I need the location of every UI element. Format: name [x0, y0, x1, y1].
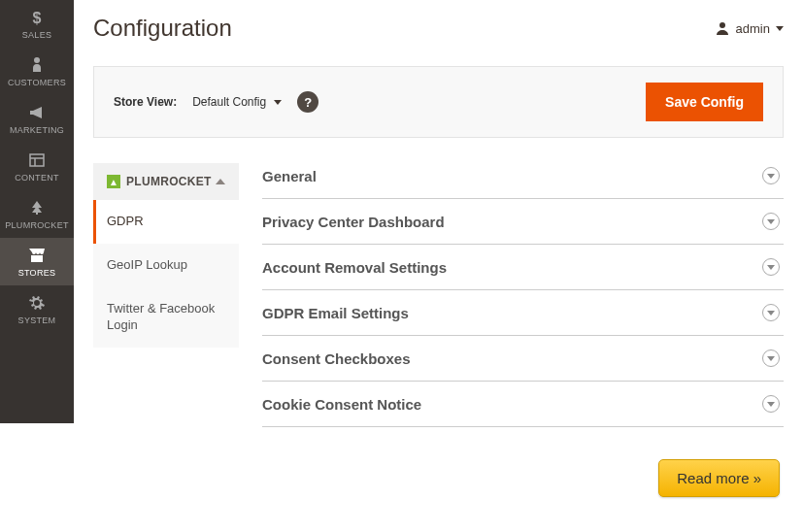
sidebar-item-label: MARKETING	[10, 125, 64, 135]
dollar-icon: $	[30, 8, 44, 27]
section-gdpr-email[interactable]: GDPR Email Settings	[262, 290, 784, 336]
scope-selector-wrap: Store View: Default Config ?	[114, 91, 318, 113]
scope-label: Store View:	[114, 95, 177, 109]
section-title: Privacy Center Dashboard	[262, 214, 445, 230]
section-title: Account Removal Settings	[262, 259, 447, 276]
scope-value: Default Config	[192, 95, 266, 109]
chevron-down-icon	[762, 258, 780, 276]
plumrocket-square-icon: ▲	[107, 175, 120, 188]
admin-sidebar: $ SALES CUSTOMERS MARKETING CONTENT PLUM…	[0, 0, 74, 423]
sidebar-item-label: SYSTEM	[18, 316, 56, 325]
chevron-down-icon	[762, 395, 780, 413]
sidebar-item-label: CONTENT	[15, 173, 59, 183]
caret-down-icon	[274, 100, 282, 105]
sidebar-item-marketing[interactable]: MARKETING	[0, 95, 74, 143]
save-config-button[interactable]: Save Config	[646, 83, 763, 121]
svg-rect-2	[30, 154, 44, 166]
sidebar-item-label: SALES	[22, 30, 52, 40]
gear-icon	[29, 293, 45, 313]
sidebar-item-label: STORES	[18, 268, 56, 278]
chevron-down-icon	[762, 349, 780, 367]
svg-rect-5	[36, 212, 38, 215]
section-privacy-center[interactable]: Privacy Center Dashboard	[262, 199, 784, 245]
svg-point-7	[719, 22, 725, 28]
sidebar-item-sales[interactable]: $ SALES	[0, 0, 74, 48]
chevron-up-icon	[216, 179, 225, 184]
config-nav-item-label: GDPR	[107, 214, 144, 228]
section-title: Consent Checkboxes	[262, 350, 411, 367]
sidebar-item-content[interactable]: CONTENT	[0, 143, 74, 190]
chevron-down-icon	[762, 167, 780, 184]
person-icon	[30, 55, 44, 75]
sidebar-item-customers[interactable]: CUSTOMERS	[0, 48, 74, 95]
store-icon	[28, 246, 46, 265]
section-title: Cookie Consent Notice	[262, 396, 421, 413]
config-body: ▲ PLUMROCKET GDPR GeoIP Lookup Twitter &…	[93, 163, 784, 427]
help-icon[interactable]: ?	[297, 91, 318, 113]
admin-user-label: admin	[736, 21, 770, 36]
section-general[interactable]: General	[262, 163, 784, 199]
config-nav-item-gdpr[interactable]: GDPR	[93, 200, 239, 244]
chevron-down-icon	[762, 304, 780, 321]
config-nav-item-label: Twitter & Facebook Login	[107, 301, 215, 332]
section-cookie-consent[interactable]: Cookie Consent Notice	[262, 382, 784, 427]
config-nav-item-label: GeoIP Lookup	[107, 257, 187, 272]
layout-icon	[29, 150, 45, 170]
caret-down-icon	[776, 26, 784, 31]
tree-icon	[29, 198, 45, 217]
page-header: Configuration admin	[93, 0, 784, 56]
config-nav: ▲ PLUMROCKET GDPR GeoIP Lookup Twitter &…	[93, 163, 239, 427]
svg-text:$: $	[32, 10, 41, 26]
section-title: GDPR Email Settings	[262, 305, 409, 321]
sidebar-item-label: CUSTOMERS	[8, 78, 66, 87]
config-sections: General Privacy Center Dashboard Account…	[262, 163, 784, 427]
scope-toolbar: Store View: Default Config ? Save Config	[93, 66, 784, 138]
config-group-plumrocket[interactable]: ▲ PLUMROCKET	[93, 163, 239, 200]
config-group-label: PLUMROCKET	[126, 175, 212, 188]
read-more-button[interactable]: Read more »	[658, 459, 780, 497]
page-title: Configuration	[93, 15, 232, 42]
config-nav-item-social-login[interactable]: Twitter & Facebook Login	[93, 287, 239, 348]
section-title: General	[262, 168, 317, 184]
config-nav-item-geoip[interactable]: GeoIP Lookup	[93, 244, 239, 287]
svg-rect-6	[31, 255, 43, 262]
sidebar-item-plumrocket[interactable]: PLUMROCKET	[0, 190, 74, 238]
section-consent-checkboxes[interactable]: Consent Checkboxes	[262, 336, 784, 382]
user-icon	[715, 20, 730, 36]
sidebar-item-system[interactable]: SYSTEM	[0, 285, 74, 333]
megaphone-icon	[28, 103, 46, 122]
chevron-down-icon	[762, 213, 780, 230]
scope-select[interactable]: Default Config	[192, 95, 282, 109]
sidebar-item-stores[interactable]: STORES	[0, 238, 74, 285]
main-content: Configuration admin Store View: Default …	[74, 0, 803, 427]
svg-point-1	[34, 57, 40, 63]
section-account-removal[interactable]: Account Removal Settings	[262, 245, 784, 290]
sidebar-item-label: PLUMROCKET	[5, 220, 69, 230]
admin-user-menu[interactable]: admin	[715, 20, 784, 36]
